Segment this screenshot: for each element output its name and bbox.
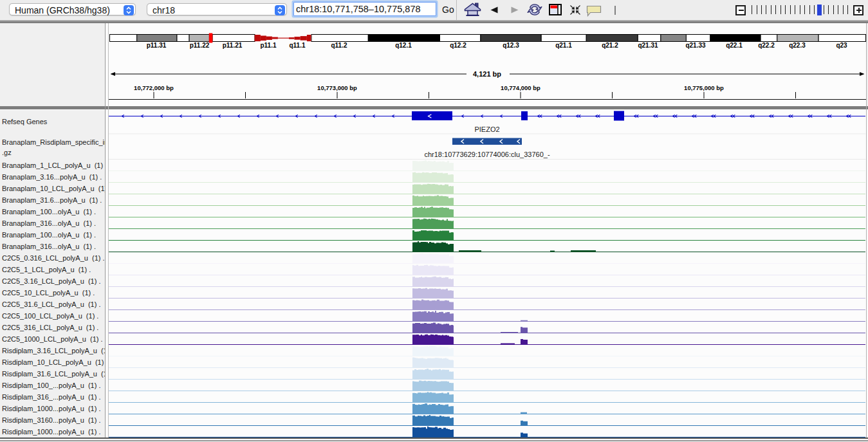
svg-text:q12.2: q12.2 <box>450 42 466 49</box>
svg-text:PIEZO2: PIEZO2 <box>474 125 499 133</box>
svg-text:4,121 bp: 4,121 bp <box>473 70 501 78</box>
svg-text:q21.2: q21.2 <box>602 42 618 49</box>
svg-text:q22.3: q22.3 <box>789 42 806 49</box>
svg-text:p11.31: p11.31 <box>147 42 167 49</box>
svg-text:q21.31: q21.31 <box>638 42 658 49</box>
svg-text:q21.33: q21.33 <box>685 42 706 49</box>
svg-text:chr18:10773629:10774006:clu_33: chr18:10773629:10774006:clu_33760_- <box>424 151 549 158</box>
svg-text:10,775,000 bp: 10,775,000 bp <box>684 84 724 91</box>
svg-text:q22.2: q22.2 <box>758 42 775 49</box>
svg-text:p11.22: p11.22 <box>190 42 210 49</box>
svg-text:q11.2: q11.2 <box>331 42 347 49</box>
svg-text:10,772,000 bp: 10,772,000 bp <box>134 84 174 91</box>
svg-text:q22.1: q22.1 <box>726 42 743 49</box>
svg-text:q12.3: q12.3 <box>503 42 519 49</box>
svg-text:q11.1: q11.1 <box>289 42 305 49</box>
svg-text:10,773,000 bp: 10,773,000 bp <box>317 84 357 91</box>
svg-text:q23: q23 <box>836 42 847 49</box>
svg-text:q12.1: q12.1 <box>395 42 412 49</box>
svg-text:p11.1: p11.1 <box>260 42 276 49</box>
svg-text:q21.1: q21.1 <box>555 42 572 49</box>
svg-text:10,774,000 bp: 10,774,000 bp <box>501 84 540 91</box>
svg-text:p11.21: p11.21 <box>223 42 243 49</box>
